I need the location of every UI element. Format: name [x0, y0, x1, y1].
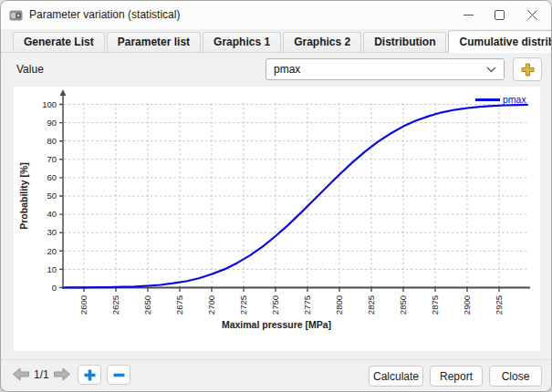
- x-tick-label: 2700: [206, 295, 216, 315]
- x-tick-label: 2675: [174, 295, 184, 315]
- value-dropdown-selected: pmax: [274, 63, 486, 76]
- gold-plus-icon: [521, 63, 535, 77]
- x-tick-label: 2650: [142, 295, 152, 315]
- y-tick-label: 40: [47, 209, 57, 219]
- x-tick-label: 2825: [366, 295, 376, 315]
- dialog-parameter-variation: Parameter variation (statistical) Genera…: [0, 0, 552, 392]
- x-tick-label: 2800: [334, 295, 344, 315]
- zoom-out-button[interactable]: [107, 365, 130, 385]
- minimize-icon: [463, 10, 474, 20]
- window-title: Parameter variation (statistical): [29, 8, 180, 21]
- cumulative-distribution-chart: 0102030405060708090100260026252650267527…: [14, 87, 540, 351]
- y-axis-arrow: [60, 89, 67, 96]
- y-tick-label: 60: [47, 172, 57, 182]
- report-button[interactable]: Report: [430, 366, 483, 387]
- x-tick-label: 2625: [110, 295, 120, 315]
- maximize-button[interactable]: [484, 1, 515, 28]
- close-dialog-button[interactable]: Close: [489, 366, 542, 387]
- tab-cumulative-distribution[interactable]: Cumulative distribution: [448, 30, 552, 53]
- previous-page-button[interactable]: [12, 367, 30, 381]
- y-tick-label: 70: [47, 154, 57, 164]
- y-tick-label: 20: [47, 246, 57, 256]
- x-tick-label: 2775: [302, 295, 312, 315]
- close-icon: [527, 10, 537, 20]
- x-tick-label: 2600: [78, 295, 89, 315]
- footer-separator: [1, 359, 551, 360]
- x-tick-label: 2725: [238, 295, 248, 315]
- close-button[interactable]: [516, 1, 547, 28]
- x-tick-label: 2850: [398, 295, 408, 315]
- x-tick-label: 2875: [430, 295, 440, 315]
- tab-graphics-2[interactable]: Graphics 2: [283, 32, 361, 52]
- y-tick-label: 100: [42, 99, 57, 109]
- y-axis-title: Probability [%]: [18, 162, 29, 230]
- minimize-button[interactable]: [453, 1, 484, 28]
- zoom-in-button[interactable]: [78, 365, 101, 385]
- y-tick-label: 90: [47, 118, 57, 128]
- maximize-icon: [495, 10, 505, 20]
- blue-plus-icon: [84, 369, 96, 381]
- x-axis-title: Maximal pressure [MPa]: [222, 319, 331, 330]
- tab-strip: Generate ListParameter listGraphics 1Gra…: [1, 31, 551, 53]
- tab-graphics-1[interactable]: Graphics 1: [203, 32, 281, 52]
- title-bar: Parameter variation (statistical): [1, 1, 551, 30]
- legend-label: pmax: [503, 94, 526, 105]
- calculate-button[interactable]: Calculate: [369, 366, 423, 387]
- y-tick-label: 30: [47, 227, 57, 237]
- add-value-button[interactable]: [513, 57, 542, 81]
- y-tick-label: 50: [47, 191, 57, 201]
- tab-distribution[interactable]: Distribution: [363, 32, 446, 52]
- y-tick-label: 0: [52, 283, 57, 293]
- blue-minus-icon: [113, 369, 125, 381]
- x-tick-label: 2750: [270, 295, 280, 315]
- y-tick-label: 80: [47, 136, 57, 146]
- x-tick-label: 2925: [494, 295, 504, 315]
- tab-generate-list[interactable]: Generate List: [13, 32, 105, 52]
- chart-panel: 0102030405060708090100260026252650267527…: [14, 87, 540, 351]
- chevron-down-icon: [486, 67, 496, 73]
- page-indicator: 1/1: [34, 368, 49, 381]
- next-page-button[interactable]: [53, 367, 71, 381]
- tab-parameter-list[interactable]: Parameter list: [107, 32, 201, 52]
- x-tick-label: 2900: [462, 295, 472, 315]
- value-dropdown[interactable]: pmax: [266, 58, 505, 80]
- y-tick-label: 10: [47, 264, 57, 274]
- app-icon: [9, 8, 23, 22]
- value-label: Value: [16, 63, 44, 76]
